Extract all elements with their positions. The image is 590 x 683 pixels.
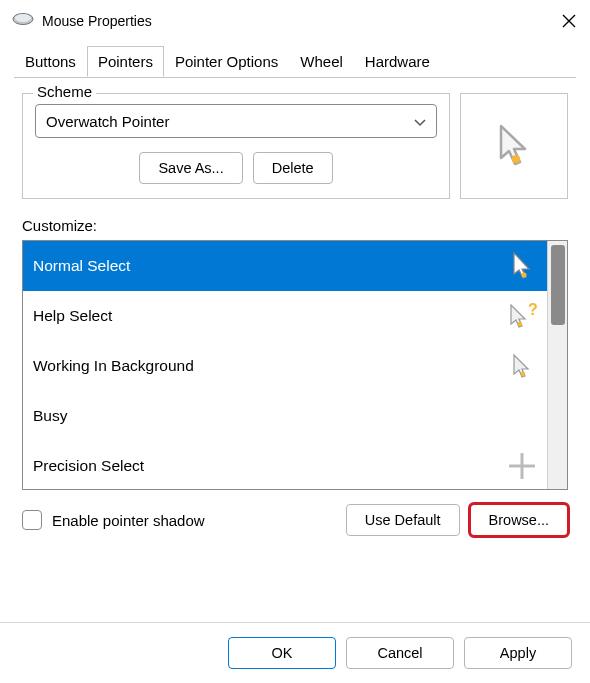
pointer-arrow-icon [507, 252, 537, 280]
enable-shadow-checkbox[interactable] [22, 510, 42, 530]
scheme-selected-value: Overwatch Pointer [46, 113, 169, 130]
scrollbar-thumb[interactable] [551, 245, 565, 325]
tab-pointers[interactable]: Pointers [87, 46, 164, 77]
tab-pointer-options[interactable]: Pointer Options [164, 46, 289, 77]
list-item-label: Working In Background [33, 357, 194, 375]
save-as-button[interactable]: Save As... [139, 152, 242, 184]
svg-point-2 [512, 155, 520, 163]
scrollbar[interactable] [547, 241, 567, 489]
cursor-list: Normal Select Help Select ? Working In B… [22, 240, 568, 490]
use-default-button[interactable]: Use Default [346, 504, 460, 536]
list-item-label: Busy [33, 407, 67, 425]
cancel-button[interactable]: Cancel [346, 637, 454, 669]
tab-wheel[interactable]: Wheel [289, 46, 354, 77]
tab-buttons[interactable]: Buttons [14, 46, 87, 77]
list-item[interactable]: Busy [23, 391, 547, 441]
list-item[interactable]: Normal Select [23, 241, 547, 291]
tabs: Buttons Pointers Pointer Options Wheel H… [0, 46, 590, 78]
list-item[interactable]: Precision Select [23, 441, 547, 489]
svg-point-4 [518, 322, 522, 326]
mouse-properties-dialog: Mouse Properties Buttons Pointers Pointe… [0, 0, 590, 683]
tab-content: Scheme Overwatch Pointer Save As... Dele… [0, 79, 590, 622]
list-item-label: Help Select [33, 307, 112, 325]
titlebar: Mouse Properties [0, 0, 590, 42]
svg-point-1 [15, 14, 31, 22]
pointer-help-icon: ? [507, 302, 537, 330]
delete-button[interactable]: Delete [253, 152, 333, 184]
close-button[interactable] [560, 12, 578, 30]
apply-button[interactable]: Apply [464, 637, 572, 669]
browse-button[interactable]: Browse... [470, 504, 568, 536]
list-item[interactable]: Help Select ? [23, 291, 547, 341]
cursor-preview [460, 93, 568, 199]
svg-point-6 [521, 372, 525, 376]
enable-shadow-label: Enable pointer shadow [52, 512, 205, 529]
mouse-icon [12, 12, 34, 30]
list-item-label: Precision Select [33, 457, 144, 475]
svg-point-3 [522, 273, 527, 278]
scheme-legend: Scheme [33, 83, 96, 100]
list-item-label: Normal Select [33, 257, 130, 275]
customize-label: Customize: [22, 217, 568, 234]
list-item[interactable]: Working In Background [23, 341, 547, 391]
pointer-busy-bg-icon [507, 352, 537, 380]
dialog-footer: OK Cancel Apply [0, 622, 590, 683]
window-title: Mouse Properties [42, 13, 560, 29]
scheme-fieldset: Scheme Overwatch Pointer Save As... Dele… [22, 93, 450, 199]
scheme-select[interactable]: Overwatch Pointer [35, 104, 437, 138]
tab-hardware[interactable]: Hardware [354, 46, 441, 77]
chevron-down-icon [414, 113, 426, 130]
ok-button[interactable]: OK [228, 637, 336, 669]
svg-text:?: ? [528, 302, 537, 318]
pointer-precision-icon [507, 453, 537, 479]
